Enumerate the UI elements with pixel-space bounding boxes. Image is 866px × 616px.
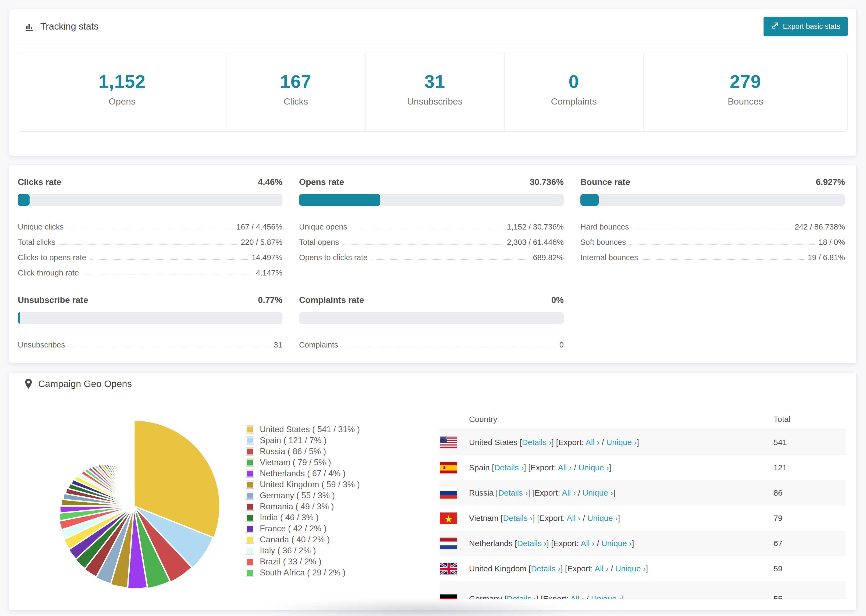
progress-bar-bounce-rate bbox=[580, 194, 845, 206]
export-unique-link[interactable]: Unique › bbox=[578, 463, 609, 472]
dotted-leader bbox=[372, 259, 529, 260]
export-basic-stats-button[interactable]: Export basic stats bbox=[764, 17, 848, 36]
export-all-link[interactable]: All › bbox=[570, 594, 584, 599]
detail-value: 19 / 6.81% bbox=[808, 253, 845, 262]
slash-separator: / bbox=[584, 594, 591, 599]
export-all-link[interactable]: All › bbox=[567, 514, 581, 522]
legend-swatch bbox=[246, 448, 254, 456]
legend-swatch bbox=[246, 426, 254, 434]
rate-section-clicks-rate: Clicks rate4.46%Unique clicks167 / 4.456… bbox=[18, 177, 282, 277]
export-all-link[interactable]: All › bbox=[595, 564, 609, 573]
rate-title-text: Bounce rate bbox=[580, 177, 630, 187]
rate-value-text: 0.77% bbox=[258, 295, 282, 305]
details-link[interactable]: Details › bbox=[498, 488, 527, 497]
dotted-leader bbox=[630, 244, 815, 245]
export-label: ] [Export: bbox=[536, 594, 570, 599]
stat-value-complaints: 0 bbox=[568, 71, 579, 92]
geo-row-total: 121 bbox=[773, 463, 846, 472]
detail-label: Total opens bbox=[299, 238, 339, 247]
detail-label: Internal bounces bbox=[580, 253, 638, 262]
detail-row-soft-bounces: Soft bounces18 / 0% bbox=[580, 231, 845, 247]
stat-opens: 1,152Opens bbox=[18, 53, 227, 131]
export-all-link[interactable]: All › bbox=[581, 539, 595, 548]
legend-item-germany[interactable]: Germany ( 55 / 3% ) bbox=[246, 490, 423, 501]
rate-value-text: 0% bbox=[551, 295, 564, 305]
details-link[interactable]: Details › bbox=[503, 514, 532, 522]
legend-item-brazil[interactable]: Brazil ( 33 / 2% ) bbox=[246, 556, 423, 567]
legend-item-united-kingdom[interactable]: United Kingdom ( 59 / 3% ) bbox=[246, 479, 423, 490]
legend-item-france[interactable]: France ( 42 / 2% ) bbox=[246, 523, 423, 534]
geo-row-text: Vietnam [Details ›] [Export: All › / Uni… bbox=[469, 514, 773, 523]
details-link[interactable]: Details › bbox=[531, 564, 561, 573]
vietnam-flag-icon bbox=[440, 512, 457, 524]
bracket: ] bbox=[622, 594, 624, 599]
progress-bar-fill bbox=[580, 194, 599, 206]
export-all-link[interactable]: All › bbox=[562, 488, 576, 497]
bracket: [ bbox=[505, 594, 507, 599]
legend-item-south-africa[interactable]: South Africa ( 29 / 2% ) bbox=[246, 567, 423, 578]
legend-item-spain[interactable]: Spain ( 121 / 7% ) bbox=[246, 435, 423, 446]
detail-value: 242 / 86.738% bbox=[795, 223, 845, 231]
country-name: Vietnam bbox=[469, 514, 501, 522]
export-unique-link[interactable]: Unique › bbox=[601, 539, 632, 548]
stats-summary-row: 1,152Opens167Clicks31Unsubscribes0Compla… bbox=[18, 53, 848, 132]
dotted-leader bbox=[343, 244, 503, 245]
rate-section-complaints-rate: Complaints rate0%Complaints0 bbox=[299, 295, 564, 349]
detail-row-hard-bounces: Hard bounces242 / 86.738% bbox=[580, 216, 845, 231]
export-label: ] [Export: bbox=[524, 463, 558, 472]
legend-item-russia[interactable]: Russia ( 86 / 5% ) bbox=[246, 446, 423, 457]
legend-item-united-states[interactable]: United States ( 541 / 31% ) bbox=[246, 424, 423, 435]
details-link[interactable]: Details › bbox=[494, 463, 524, 472]
germany-flag-icon bbox=[440, 594, 457, 599]
details-link[interactable]: Details › bbox=[522, 438, 552, 447]
geo-row-total: 55 bbox=[773, 594, 846, 599]
export-all-link[interactable]: All › bbox=[586, 438, 600, 447]
geo-row-text: United States [Details ›] [Export: All ›… bbox=[469, 438, 773, 447]
detail-value: 689.82% bbox=[533, 253, 564, 262]
stat-bounces: 279Bounces bbox=[644, 53, 847, 131]
stat-value-unsubscribes: 31 bbox=[424, 71, 446, 92]
export-button-label: Export basic stats bbox=[783, 22, 840, 31]
progress-bar-unsubscribe-rate bbox=[18, 312, 282, 324]
legend-item-canada[interactable]: Canada ( 40 / 2% ) bbox=[246, 534, 423, 545]
dotted-leader bbox=[342, 347, 556, 347]
legend-item-netherlands[interactable]: Netherlands ( 67 / 4% ) bbox=[246, 468, 423, 479]
country-name: Russia bbox=[469, 488, 496, 497]
rate-head-clicks-rate: Clicks rate4.46% bbox=[18, 177, 282, 187]
slash-separator: / bbox=[581, 514, 587, 522]
details-link[interactable]: Details › bbox=[517, 539, 546, 548]
detail-label: Unique clicks bbox=[18, 223, 64, 231]
export-label: ] [Export: bbox=[527, 488, 562, 497]
dotted-leader bbox=[642, 259, 804, 260]
legend-item-romania[interactable]: Romania ( 49 / 3% ) bbox=[246, 501, 423, 512]
export-unique-link[interactable]: Unique › bbox=[587, 514, 618, 522]
export-unique-link[interactable]: Unique › bbox=[615, 564, 646, 573]
rate-head-bounce-rate: Bounce rate6.927% bbox=[580, 177, 845, 187]
detail-label: Clicks to opens rate bbox=[18, 253, 86, 262]
export-unique-link[interactable]: Unique › bbox=[583, 488, 613, 497]
geo-table: CountryTotalUnited States [Details ›] [E… bbox=[439, 409, 846, 599]
detail-row-opens-to-clicks-rate: Opens to clicks rate689.82% bbox=[299, 247, 564, 262]
legend-item-india[interactable]: India ( 46 / 3% ) bbox=[246, 512, 423, 523]
export-unique-link[interactable]: Unique › bbox=[591, 594, 622, 599]
dotted-leader bbox=[59, 244, 237, 245]
detail-value: 220 / 5.87% bbox=[241, 238, 282, 247]
legend-swatch bbox=[246, 514, 254, 522]
stat-complaints: 0Complaints bbox=[505, 53, 644, 131]
progress-bar-fill bbox=[18, 312, 20, 324]
total-column-header: Total bbox=[773, 415, 846, 424]
detail-label: Total clicks bbox=[18, 238, 55, 247]
slash-separator: / bbox=[595, 539, 601, 548]
details-link[interactable]: Details › bbox=[507, 594, 536, 599]
legend-item-vietnam[interactable]: Vietnam ( 79 / 5% ) bbox=[246, 457, 423, 468]
export-unique-link[interactable]: Unique › bbox=[606, 438, 636, 447]
export-all-link[interactable]: All › bbox=[558, 463, 572, 472]
progress-bar-clicks-rate bbox=[18, 194, 282, 206]
legend-item-italy[interactable]: Italy ( 36 / 2% ) bbox=[246, 545, 423, 556]
bracket: ] bbox=[613, 488, 615, 497]
legend-label-text: Italy ( 36 / 2% ) bbox=[260, 546, 316, 556]
country-name: Spain bbox=[469, 463, 492, 472]
bracket: [ bbox=[501, 514, 503, 522]
geo-title-text: Campaign Geo Opens bbox=[38, 379, 132, 389]
detail-value: 0 bbox=[559, 341, 564, 349]
